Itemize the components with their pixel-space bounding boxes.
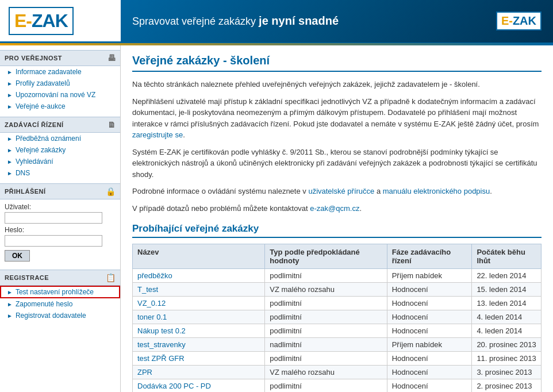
print-icon: 🖶	[107, 53, 116, 63]
header-banner: Spravovat veřejné zakázky je nyní snadné…	[121, 0, 553, 43]
table-row: T_testVZ malého rozsahuHodnocení15. lede…	[133, 283, 542, 297]
sidebar-item-verejne-e-aukce[interactable]: ► Veřejné e-aukce	[0, 101, 120, 112]
sidebar-item-vyhledavani[interactable]: ► Vyhledávání	[0, 156, 120, 167]
sidebar-item-predbezna-oznameni[interactable]: ► Předběžná oznámení	[0, 133, 120, 144]
uzivatelska-prirucka-link[interactable]: uživatelské příručce	[308, 187, 374, 195]
bullet-icon: ►	[7, 301, 13, 308]
col-header-pocatek: Počátek běhu lhůt	[472, 244, 542, 269]
main-content: Veřejné zakázky - školení Na těchto strá…	[121, 45, 553, 392]
sidebar-section-header-zadavaci-rizeni: ZADÁVACÍ ŘÍZENÍ 🗎	[0, 117, 120, 133]
cell-nazev: T_test	[133, 283, 265, 297]
banner-logo-dash: E-	[501, 14, 513, 27]
zakazka-link[interactable]: Dodávka 200 PC - PD	[137, 382, 211, 390]
sidebar-section-header-prihlaseni: PŘIHLÁŠENÍ 🔒	[0, 183, 120, 199]
email-link[interactable]: e-zak@qcm.cz	[310, 204, 359, 213]
cell-typ: VZ malého rozsahu	[265, 366, 387, 379]
sidebar-section-header-pro-verejnost: PRO VEŘEJNOST 🖶	[0, 50, 120, 66]
cell-nazev: test ZPŘ GFR	[133, 352, 265, 366]
sidebar-item-zapomenute-heslo[interactable]: ► Zapomenuté heslo	[0, 298, 120, 310]
zakazka-link[interactable]: Nákup test 0.2	[137, 326, 186, 335]
col-header-typ: Typ podle předpokládané hodnoty	[265, 244, 387, 269]
intro-paragraph-3: Systém E-ZAK je certifikován podle vyhlá…	[132, 147, 542, 180]
intro-paragraph-1: Na těchto stránkách naleznete přehled uv…	[132, 79, 542, 90]
cell-typ: podlimitní	[265, 310, 387, 324]
cell-pocatek: 2. prosinec 2013	[472, 379, 542, 393]
cell-faze: Hodnocení	[387, 352, 472, 366]
cell-faze: Hodnocení	[387, 283, 472, 297]
logo-text: E-ZAK	[14, 10, 68, 31]
sidebar: PRO VEŘEJNOST 🖶 ► Informace zadavatele ►…	[0, 45, 121, 392]
cell-nazev: Nákup test 0.2	[133, 324, 265, 338]
col-header-faze: Fáze zadávacího řízení	[387, 244, 472, 269]
banner-logo-text: E-ZAK	[501, 14, 536, 27]
zakazka-link[interactable]: VZ_0.12	[137, 299, 166, 308]
cell-typ: podlimitní	[265, 269, 387, 283]
logo-dash: E-	[14, 10, 32, 31]
zakazka-link[interactable]: předběžko	[137, 271, 172, 280]
cell-pocatek: 22. leden 2014	[472, 269, 542, 283]
cell-faze: Hodnocení	[387, 366, 472, 379]
table-row: VZ_0.12podlimitníHodnocení13. leden 2014	[133, 297, 542, 310]
cell-faze: Hodnocení	[387, 310, 472, 324]
sidebar-item-registrovat-dodavatele[interactable]: ► Registrovat dodavatele	[0, 310, 120, 321]
zakazka-link[interactable]: toner 0.1	[137, 313, 167, 321]
cell-nazev: test_stravenky	[133, 338, 265, 352]
sidebar-section-zadavaci-rizeni: ZADÁVACÍ ŘÍZENÍ 🗎 ► Předběžná oznámení ►…	[0, 117, 120, 179]
cell-typ: podlimitní	[265, 324, 387, 338]
table-row: Dodávka 200 PC - PDpodlimitníHodnocení2.…	[133, 379, 542, 393]
cell-pocatek: 20. prosinec 2013	[472, 338, 542, 352]
main-layout: PRO VEŘEJNOST 🖶 ► Informace zadavatele ►…	[0, 45, 553, 392]
page-title: Veřejné zakázky - školení	[132, 54, 542, 72]
zakazka-link[interactable]: test_stravenky	[137, 340, 186, 349]
cell-nazev: VZ_0.12	[133, 297, 265, 310]
sidebar-item-dns[interactable]: ► DNS	[0, 167, 120, 179]
sidebar-section-prihlaseni: PŘIHLÁŠENÍ 🔒 Uživatel: Heslo: OK	[0, 183, 120, 265]
cell-nazev: ZPR	[133, 366, 265, 379]
username-input[interactable]	[5, 212, 102, 224]
table-row: toner 0.1podlimitníHodnocení4. leden 201…	[133, 310, 542, 324]
lock-icon: 🔒	[106, 187, 116, 196]
cell-nazev: předběžko	[133, 269, 265, 283]
bullet-icon: ►	[7, 170, 13, 176]
zakazka-link[interactable]: T_test	[137, 285, 158, 294]
sidebar-item-profily-zadavatelu[interactable]: ► Profily zadavatelů	[0, 78, 120, 89]
banner-logo: E-ZAK	[496, 11, 542, 30]
table-row: test ZPŘ GFRpodlimitníHodnocení11. prosi…	[133, 352, 542, 366]
zakazka-link[interactable]: test ZPŘ GFR	[137, 354, 185, 363]
bullet-icon: ►	[7, 80, 13, 87]
bullet-icon: ►	[7, 69, 13, 75]
cell-pocatek: 15. leden 2014	[472, 283, 542, 297]
header: E-ZAK Spravovat veřejné zakázky je nyní …	[0, 0, 553, 43]
cell-nazev: Dodávka 200 PC - PD	[133, 379, 265, 393]
zaregistrujte-se-link[interactable]: zaregistrujte se	[132, 130, 183, 139]
sidebar-item-verejne-zakazky[interactable]: ► Veřejné zakázky	[0, 144, 120, 156]
manual-ep-link[interactable]: manuálu elektronického podpisu	[383, 187, 490, 195]
login-button[interactable]: OK	[5, 250, 30, 262]
sidebar-item-informace-zadavatele[interactable]: ► Informace zadavatele	[0, 66, 120, 78]
col-header-nazev: Název	[133, 244, 265, 269]
cell-pocatek: 13. leden 2014	[472, 297, 542, 310]
bullet-icon: ►	[7, 147, 13, 153]
cell-pocatek: 4. leden 2014	[472, 310, 542, 324]
sidebar-section-registrace: REGISTRACE 📋 ► Test nastavení prohlížeče…	[0, 270, 120, 321]
cell-typ: podlimitní	[265, 352, 387, 366]
sidebar-item-test-nastaveni-prohlizece[interactable]: ► Test nastavení prohlížeče	[0, 286, 120, 298]
zakazka-link[interactable]: ZPR	[137, 368, 152, 376]
cell-typ: podlimitní	[265, 379, 387, 393]
header-logo: E-ZAK	[0, 1, 121, 41]
sidebar-section-pro-verejnost: PRO VEŘEJNOST 🖶 ► Informace zadavatele ►…	[0, 50, 120, 112]
bullet-icon: ►	[7, 313, 13, 319]
bullet-icon: ►	[7, 92, 13, 98]
cell-typ: nadlimitní	[265, 338, 387, 352]
cell-pocatek: 11. prosinec 2013	[472, 352, 542, 366]
username-label: Uživatel:	[5, 203, 116, 211]
table-row: Nákup test 0.2podlimitníHodnocení4. lede…	[133, 324, 542, 338]
table-row: ZPRVZ malého rozsahuHodnocení3. prosinec…	[133, 366, 542, 379]
cell-nazev: toner 0.1	[133, 310, 265, 324]
cell-faze: Hodnocení	[387, 379, 472, 393]
sidebar-section-header-registrace: REGISTRACE 📋	[0, 270, 120, 286]
logo-box: E-ZAK	[9, 7, 74, 35]
document-icon: 🗎	[107, 120, 116, 129]
sidebar-item-upozorneni-na-nove-vz[interactable]: ► Upozornování na nové VZ	[0, 89, 120, 101]
password-input[interactable]	[5, 235, 102, 247]
